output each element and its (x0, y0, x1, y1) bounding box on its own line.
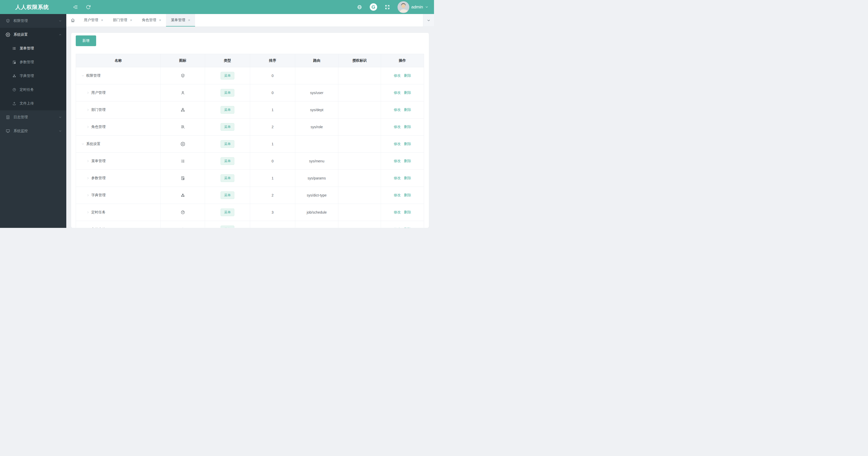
tree-toggle-icon[interactable] (87, 125, 90, 128)
edit-link[interactable]: 修改 (394, 73, 401, 77)
sidebar-item-dict-management[interactable]: 字典管理 (0, 69, 66, 83)
fullscreen-button[interactable] (384, 4, 391, 11)
menu-type-cell: 菜单 (205, 85, 250, 101)
sidebar-item-params-management[interactable]: 参数管理 (0, 55, 66, 69)
tab-label: 部门管理 (113, 18, 127, 23)
menu-type-cell: 菜单 (205, 153, 250, 170)
actions-cell: 修改删除 (381, 101, 424, 119)
edit-link[interactable]: 修改 (394, 210, 401, 214)
close-icon[interactable]: × (130, 18, 132, 22)
menu-name: 用户管理 (91, 91, 105, 95)
gitee-link[interactable]: G (370, 3, 377, 11)
tab-user-management[interactable]: 用户管理 × (79, 14, 108, 27)
menu-table: 名称 图标 类型 排序 路由 授权标识 操作 权限管理 (76, 54, 424, 228)
menu-name-cell: 用户管理 (76, 85, 161, 101)
sort-value: 1 (250, 136, 295, 153)
table-row: 用户管理 菜单 0 sys/user 修改删除 (76, 85, 424, 101)
type-badge: 菜单 (221, 89, 234, 97)
sidebar-item-label: 文件上传 (20, 101, 62, 106)
column-header-icon: 图标 (161, 54, 205, 67)
delete-link[interactable]: 删除 (404, 210, 411, 214)
tree-toggle-icon[interactable] (87, 108, 90, 111)
table-row: 角色管理 菜单 2 sys/role 修改删除 (76, 119, 424, 136)
tab-options-dropdown[interactable] (423, 14, 434, 27)
tree-toggle-icon[interactable] (81, 74, 84, 77)
menu-icon-cell (161, 170, 205, 187)
log-icon (6, 115, 10, 120)
type-badge: 菜单 (221, 191, 234, 199)
tab-dept-management[interactable]: 部门管理 × (108, 14, 137, 27)
tree-toggle-icon[interactable] (87, 176, 90, 180)
edit-link[interactable]: 修改 (394, 142, 401, 146)
sidebar-item-label: 定时任务 (20, 88, 62, 92)
route-value: sys/menu (295, 153, 338, 170)
user-menu[interactable]: admin (398, 1, 428, 13)
delete-link[interactable]: 删除 (404, 73, 411, 77)
delete-link[interactable]: 删除 (404, 91, 411, 95)
tree-toggle-icon[interactable] (81, 142, 84, 145)
menu-name-cell: 字典管理 (76, 187, 161, 204)
tab-menu-management[interactable]: 菜单管理 × (166, 14, 195, 27)
delete-link[interactable]: 删除 (404, 176, 411, 180)
column-header-sort: 排序 (250, 54, 295, 67)
sidebar-item-menu-management[interactable]: 菜单管理 (0, 41, 66, 55)
menu-name-cell: 定时任务 (76, 204, 161, 221)
sidebar-item-permission-management[interactable]: 权限管理 (0, 14, 66, 28)
close-icon[interactable]: × (188, 18, 190, 22)
menu-icon-cell (161, 67, 205, 85)
tree-toggle-icon[interactable] (87, 91, 90, 94)
sidebar-item-log-management[interactable]: 日志管理 (0, 110, 66, 124)
add-button[interactable]: 新增 (76, 35, 96, 46)
sidebar-item-system-monitor[interactable]: 系统监控 (0, 124, 66, 138)
sidebar-item-scheduled-tasks[interactable]: 定时任务 (0, 83, 66, 97)
table-row: 权限管理 菜单 0 修改删除 (76, 67, 424, 85)
delete-link[interactable]: 删除 (404, 159, 411, 163)
menu-icon-cell (161, 153, 205, 170)
upload-icon (12, 101, 16, 105)
edit-link[interactable]: 修改 (394, 193, 401, 197)
close-icon[interactable]: × (101, 18, 103, 22)
route-value: sys/role (295, 119, 338, 136)
delete-link[interactable]: 删除 (404, 227, 411, 228)
org-icon (181, 107, 185, 112)
refresh-icon (86, 5, 91, 10)
gear-icon (6, 32, 10, 37)
delete-link[interactable]: 删除 (404, 125, 411, 129)
globe-icon (357, 5, 362, 10)
tree-toggle-icon[interactable] (87, 211, 90, 214)
tab-role-management[interactable]: 角色管理 × (137, 14, 166, 27)
edit-link[interactable]: 修改 (394, 159, 401, 163)
menu-icon-cell (161, 221, 205, 228)
avatar[interactable] (398, 1, 409, 13)
delete-link[interactable]: 删除 (404, 193, 411, 197)
menu-name-cell: 角色管理 (76, 119, 161, 136)
edit-link[interactable]: 修改 (394, 91, 401, 95)
menu-name-cell: 系统设置 (76, 136, 161, 153)
menu-icon-cell (161, 85, 205, 101)
edit-link[interactable]: 修改 (394, 227, 401, 228)
menu-name: 字典管理 (91, 193, 105, 198)
sort-value: 0 (250, 85, 295, 101)
refresh-button[interactable] (85, 4, 92, 11)
menu-type-cell: 菜单 (205, 101, 250, 119)
perm-value (338, 187, 381, 204)
tree-toggle-icon[interactable] (87, 160, 90, 163)
sidebar-item-file-upload[interactable]: 文件上传 (0, 97, 66, 110)
language-button[interactable] (356, 4, 363, 11)
tree-toggle-icon[interactable] (87, 194, 90, 197)
menu-fold-button[interactable] (72, 4, 79, 11)
actions-cell: 修改删除 (381, 136, 424, 153)
route-value: job/schedule (295, 204, 338, 221)
column-header-route: 路由 (295, 54, 338, 67)
tab-home[interactable] (66, 14, 79, 27)
edit-link[interactable]: 修改 (394, 176, 401, 180)
delete-link[interactable]: 删除 (404, 107, 411, 111)
app-root: 人人权限系统 G (0, 0, 434, 228)
table-row: 系统设置 菜单 1 修改删除 (76, 136, 424, 153)
edit-link[interactable]: 修改 (394, 107, 401, 111)
sidebar-item-label: 日志管理 (13, 115, 55, 120)
sidebar-item-system-settings[interactable]: 系统设置 (0, 28, 66, 41)
delete-link[interactable]: 删除 (404, 142, 411, 146)
edit-link[interactable]: 修改 (394, 125, 401, 129)
close-icon[interactable]: × (159, 18, 161, 22)
